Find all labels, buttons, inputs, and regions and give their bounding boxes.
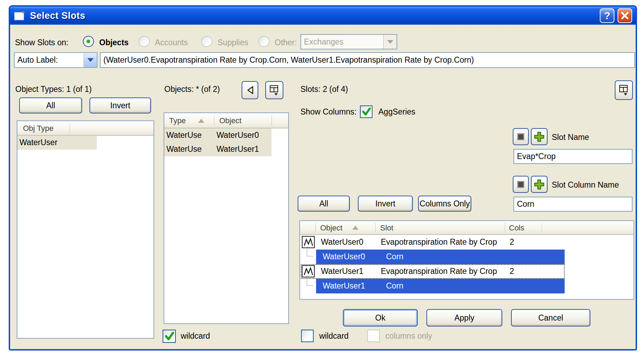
table-menu-icon [619, 84, 629, 96]
object-types-title: Object Types: 1 (of 1) [15, 85, 92, 94]
radio-other-label: Other: [275, 38, 297, 47]
object-row-name: WaterUser1 [217, 144, 259, 154]
auto-label-dropdown[interactable]: Auto Label: [14, 52, 97, 68]
object-row-name: WaterUser0 [217, 131, 259, 140]
obj-type-column-header[interactable]: Obj Type [23, 124, 54, 133]
slots-columns-only-checkbox[interactable] [367, 330, 380, 342]
series-slot-icon [302, 265, 315, 277]
tree-elbow-icon [307, 276, 313, 286]
tree-elbow-icon [307, 247, 313, 257]
radio-supplies[interactable] [201, 36, 212, 47]
radio-objects-label: Objects [99, 38, 128, 47]
object-type-row-label: WaterUser [19, 138, 57, 147]
slots-table: Object Slot Cols WaterUser0 Evapotranspi… [299, 220, 634, 300]
back-arrow-icon [245, 85, 255, 95]
object-column-header[interactable]: Object [320, 223, 343, 233]
help-button[interactable]: ? [600, 8, 614, 23]
slots-invert-button[interactable]: Invert [358, 196, 413, 212]
slots-wildcard-checkbox[interactable] [301, 330, 314, 342]
window-icon [14, 10, 25, 21]
object-types-invert-button[interactable]: Invert [89, 97, 151, 113]
slot-name-label: Slot Name [552, 133, 589, 142]
show-columns-label: Show Columns: [300, 107, 356, 117]
slots-columns-only-button[interactable]: Columns Only [418, 196, 471, 212]
slot-name-field[interactable] [513, 149, 633, 164]
slot-row-object: WaterUser0 [323, 252, 365, 261]
slot-row[interactable]: WaterUser0 Evapotranspiration Rate by Cr… [301, 235, 565, 250]
slot-row-object: WaterUser1 [323, 281, 365, 291]
slot-column-row[interactable]: WaterUser0 Corn [301, 250, 565, 264]
chevron-down-icon [383, 35, 396, 49]
slot-name-clear-button[interactable] [513, 128, 529, 145]
sort-ascending-icon [352, 226, 359, 230]
slot-row-slot: Evapotranspiration Rate by Crop [381, 237, 497, 247]
stop-icon [517, 133, 524, 140]
radio-other[interactable] [258, 36, 269, 47]
slot-row-cols: 2 [510, 267, 514, 276]
sort-ascending-icon [198, 119, 204, 123]
object-column-header[interactable]: Object [219, 116, 242, 125]
slot-row-object: WaterUser1 [321, 267, 363, 276]
other-type-dropdown-value: Exchanges [301, 37, 383, 47]
select-slots-dialog: Select Slots ? Show Slots on: Objects Ac… [9, 5, 637, 351]
apply-button[interactable]: Apply [426, 309, 502, 326]
slots-title: Slots: 2 (of 4) [300, 85, 348, 94]
object-row[interactable]: WaterUse WaterUser1 [164, 142, 272, 156]
slot-column-row[interactable]: WaterUser1 Corn [301, 279, 565, 293]
cancel-button[interactable]: Cancel [511, 309, 590, 326]
object-row-type: WaterUse [166, 131, 202, 140]
objects-list-header: Type Object [164, 113, 288, 128]
objects-title: Objects: * (of 2) [164, 85, 220, 94]
show-slots-on-label: Show Slots on: [15, 38, 68, 47]
slot-column-header[interactable]: Slot [380, 223, 393, 233]
radio-accounts[interactable] [139, 36, 150, 47]
other-type-dropdown[interactable]: Exchanges [300, 34, 397, 49]
dialog-title: Select Slots [30, 10, 85, 21]
auto-label-dropdown-value: Auto Label: [15, 55, 84, 65]
aggseries-label: AggSeries [378, 107, 415, 117]
slots-columns-only-label: columns only [385, 331, 432, 341]
ok-button[interactable]: Ok [343, 309, 418, 326]
slot-name-add-button[interactable] [531, 128, 548, 145]
close-button[interactable] [618, 8, 632, 23]
close-icon [620, 11, 629, 20]
objects-wildcard-checkbox[interactable] [163, 330, 176, 343]
object-types-all-button[interactable]: All [19, 97, 82, 113]
title-bar[interactable]: Select Slots ? [10, 7, 636, 25]
slots-table-header: Object Slot Cols [300, 221, 634, 235]
table-menu-icon [269, 85, 280, 96]
objects-wildcard-label: wildcard [181, 331, 210, 341]
slot-column-clear-button[interactable] [513, 176, 529, 193]
slots-table-menu-button[interactable] [615, 80, 633, 100]
radio-objects[interactable] [83, 36, 94, 47]
object-row[interactable]: WaterUse WaterUser0 [164, 128, 272, 142]
plus-icon [534, 131, 545, 142]
slot-row-slot: Corn [386, 252, 403, 261]
radio-accounts-label: Accounts [155, 38, 188, 47]
slot-column-name-label: Slot Column Name [552, 180, 619, 190]
slot-row-slot: Evapotranspiration Rate by Crop [381, 267, 497, 276]
slot-row[interactable]: WaterUser1 Evapotranspiration Rate by Cr… [301, 264, 565, 279]
object-row-type: WaterUse [166, 144, 202, 154]
slot-row-cols: 2 [510, 237, 514, 247]
objects-list: Type Object WaterUse WaterUser0 WaterUse… [164, 112, 289, 324]
select-previous-button[interactable] [242, 81, 258, 99]
slot-column-add-button[interactable] [531, 176, 548, 193]
plus-icon [534, 179, 545, 190]
slot-row-slot: Corn [386, 281, 403, 291]
auto-label-text-field[interactable] [100, 52, 635, 68]
object-type-row[interactable]: WaterUser [17, 136, 97, 150]
chevron-down-icon [84, 53, 97, 67]
series-slot-icon [302, 236, 315, 248]
slot-column-name-field[interactable] [513, 197, 633, 212]
aggseries-checkbox[interactable] [360, 105, 372, 118]
slots-all-button[interactable]: All [298, 196, 350, 212]
slots-wildcard-label: wildcard [319, 331, 348, 341]
type-column-header[interactable]: Type [169, 116, 186, 125]
objects-table-menu-button[interactable] [265, 81, 283, 99]
stop-icon [517, 181, 524, 188]
object-types-list-header[interactable]: Obj Type [17, 121, 154, 136]
slot-row-object: WaterUser0 [321, 237, 363, 247]
object-types-list: Obj Type WaterUser [17, 120, 154, 339]
cols-column-header[interactable]: Cols [509, 223, 524, 233]
